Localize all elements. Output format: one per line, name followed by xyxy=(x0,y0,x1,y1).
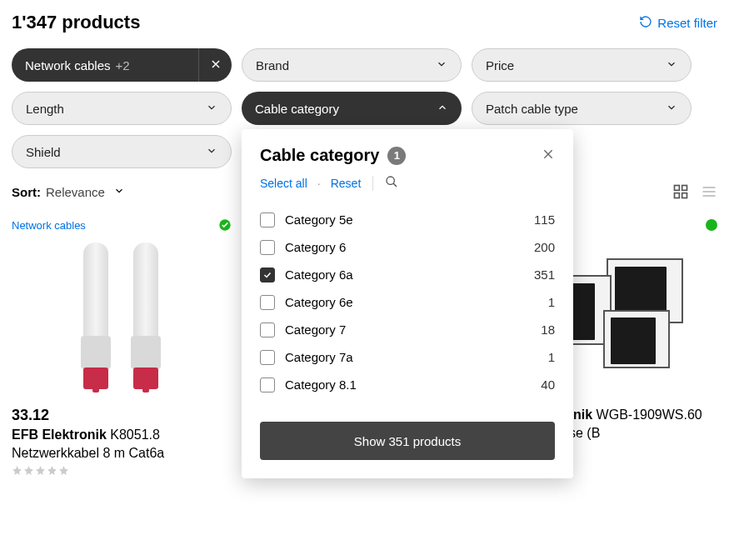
filter-patch-label: Patch cable type xyxy=(486,102,578,116)
sort-value: Relevance xyxy=(46,185,105,199)
option-count: 200 xyxy=(534,240,555,254)
filter-length[interactable]: Length xyxy=(12,92,232,125)
option-label: Category 6a xyxy=(285,268,353,282)
product-price: 33.12 xyxy=(12,407,232,424)
reset-filter-button[interactable]: Reset filter xyxy=(639,15,717,31)
option-label: Category 5e xyxy=(285,212,353,227)
option-count: 351 xyxy=(534,268,555,282)
active-filter-chip[interactable]: Network cables +2 xyxy=(12,48,232,82)
product-rating xyxy=(12,465,232,476)
active-filter-extra: +2 xyxy=(116,58,130,72)
close-icon xyxy=(542,149,555,163)
svg-rect-5 xyxy=(682,193,687,198)
filter-option[interactable]: Category 8.140 xyxy=(260,371,555,398)
product-count: 1'347 products xyxy=(12,12,140,33)
close-icon xyxy=(210,58,222,72)
checkbox[interactable] xyxy=(260,240,275,255)
stock-indicator xyxy=(218,218,232,232)
option-label: Category 7 xyxy=(285,322,346,337)
filter-brand-label: Brand xyxy=(256,58,289,72)
active-filter-label: Network cables xyxy=(25,58,111,72)
option-count: 1 xyxy=(548,350,555,364)
option-label: Category 8.1 xyxy=(285,378,357,392)
product-card[interactable]: Network cables 33.12 EFB Elektronik K805… xyxy=(12,218,232,476)
filter-cable-category[interactable]: Cable category xyxy=(242,92,462,125)
option-count: 40 xyxy=(541,378,555,392)
checkbox[interactable] xyxy=(260,295,275,310)
chevron-down-icon xyxy=(110,185,125,199)
product-category-link[interactable]: Network cables xyxy=(12,219,86,232)
filter-shield-label: Shield xyxy=(26,145,61,159)
sort-dropdown[interactable]: Sort: Relevance xyxy=(12,185,125,199)
clear-active-filter-button[interactable] xyxy=(198,48,232,82)
filter-option[interactable]: Category 6a351 xyxy=(260,261,555,288)
chevron-down-icon xyxy=(206,102,217,116)
grid-view-button[interactable] xyxy=(672,183,689,200)
option-list: Category 5e115Category 6200Category 6a35… xyxy=(242,202,573,412)
option-label: Category 6 xyxy=(285,240,346,254)
svg-rect-4 xyxy=(675,193,680,198)
svg-point-12 xyxy=(387,177,394,184)
popover-close-button[interactable] xyxy=(542,148,555,164)
filter-length-label: Length xyxy=(26,102,64,116)
checkbox[interactable] xyxy=(260,378,275,392)
show-products-button[interactable]: Show 351 products xyxy=(260,422,555,460)
option-count: 115 xyxy=(534,212,555,227)
filter-option[interactable]: Category 7a1 xyxy=(260,343,555,371)
chevron-down-icon xyxy=(666,102,677,116)
chevron-up-icon xyxy=(437,102,448,116)
reset-icon xyxy=(639,15,652,31)
search-icon xyxy=(385,178,398,191)
stock-indicator xyxy=(706,219,717,231)
sort-label: Sort: xyxy=(12,185,41,199)
option-count: 1 xyxy=(548,295,555,309)
filter-cable-category-label: Cable category xyxy=(255,102,339,116)
filter-option[interactable]: Category 6e1 xyxy=(260,288,555,316)
filter-price-label: Price xyxy=(486,58,514,72)
chevron-down-icon xyxy=(206,145,217,159)
filter-price[interactable]: Price xyxy=(472,48,692,82)
selected-count-badge: 1 xyxy=(387,147,406,165)
divider xyxy=(372,176,373,191)
reset-button[interactable]: Reset xyxy=(331,177,362,190)
select-all-button[interactable]: Select all xyxy=(260,177,307,190)
search-button[interactable] xyxy=(385,175,398,191)
chevron-down-icon xyxy=(666,58,677,72)
check-icon xyxy=(218,218,232,232)
chevron-down-icon xyxy=(436,58,447,72)
option-label: Category 7a xyxy=(285,350,353,364)
svg-rect-3 xyxy=(682,186,687,191)
popover-title: Cable category xyxy=(260,146,379,165)
checkbox[interactable] xyxy=(260,268,275,282)
filter-option[interactable]: Category 6200 xyxy=(260,233,555,261)
filter-patch-cable-type[interactable]: Patch cable type xyxy=(472,92,692,125)
svg-rect-2 xyxy=(675,186,680,191)
filter-option[interactable]: Category 5e115 xyxy=(260,206,555,233)
separator: · xyxy=(317,177,321,190)
option-count: 18 xyxy=(541,322,555,337)
option-label: Category 6e xyxy=(285,295,353,309)
checkbox[interactable] xyxy=(260,212,275,228)
reset-filter-label: Reset filter xyxy=(657,16,717,30)
list-icon xyxy=(701,188,717,202)
list-view-button[interactable] xyxy=(701,183,717,200)
filter-shield[interactable]: Shield xyxy=(12,135,232,168)
filter-option[interactable]: Category 718 xyxy=(260,316,555,343)
cable-category-popover: Cable category 1 Select all · Reset Cate… xyxy=(242,129,573,478)
filter-brand[interactable]: Brand xyxy=(242,48,462,82)
product-image xyxy=(12,238,232,397)
checkbox[interactable] xyxy=(260,350,275,365)
svg-line-13 xyxy=(393,183,397,187)
checkbox[interactable] xyxy=(260,322,275,338)
product-title: EFB Elektronik K8051.8 Netzwerkkabel 8 m… xyxy=(12,426,232,462)
grid-icon xyxy=(672,188,689,202)
